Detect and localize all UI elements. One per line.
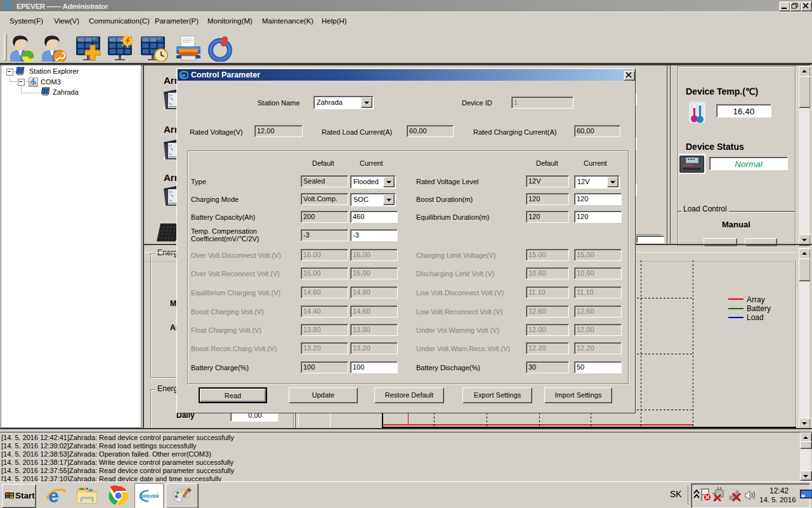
svg-text:+: + [157,490,159,494]
svg-text:e: e [48,485,59,505]
svg-text:EP: EP [6,5,10,8]
svg-text:EP: EP [181,74,186,77]
svg-text:EPEVER: EPEVER [141,494,159,498]
